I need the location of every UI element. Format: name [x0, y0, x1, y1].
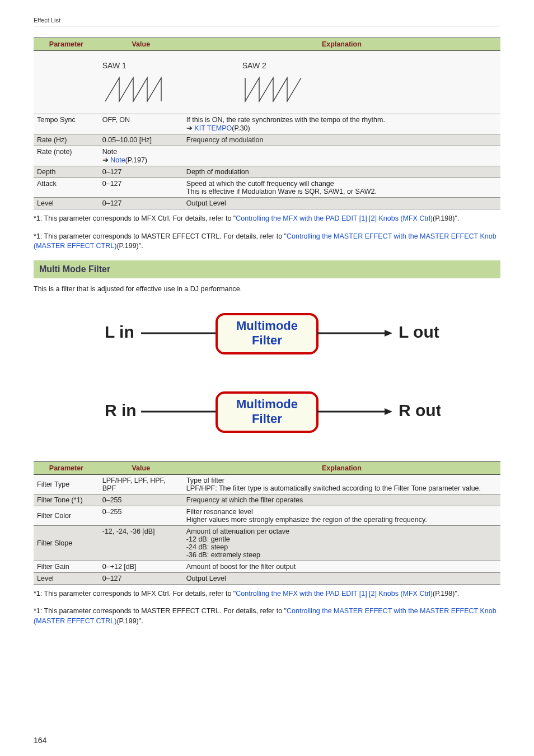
exp-cell: Amount of attenuation per octave -12 dB:… [183, 525, 500, 561]
footnote-text: *1: This parameter corresponds to MASTER… [34, 232, 287, 240]
filter-box-text: Multimode [236, 319, 298, 333]
exp-text: Filter resonance level [186, 508, 253, 516]
filter-box-text: Filter [252, 412, 282, 426]
link-page: (P.197) [125, 156, 147, 164]
th-value: Value [99, 38, 183, 51]
saw1-wave-icon [102, 73, 175, 104]
diagram-rin-label: R in [105, 401, 137, 419]
param-cell: Filter Gain [34, 561, 99, 572]
exp-text: Type of filter [186, 477, 224, 484]
wave-diagrams: SAW 1 SAW 2 [102, 58, 497, 109]
param-cell: Filter Tone (*1) [34, 494, 99, 506]
value-cell: Note ➔ Note(P.197) [99, 146, 183, 166]
arrowhead-icon [385, 330, 392, 337]
value-cell: 0.05–10.00 [Hz] [99, 134, 183, 146]
section-heading: Multi Mode Filter [34, 260, 500, 278]
exp-cell: Output Level [183, 198, 500, 209]
breadcrumb: Effect List [34, 17, 500, 26]
exp-cell: Amount of boost for the filter output [183, 561, 500, 572]
param-cell: Level [34, 572, 99, 584]
param-cell: Filter Type [34, 474, 99, 494]
note-link[interactable]: Note [110, 156, 125, 164]
diagram-lout-label: L out [399, 323, 439, 341]
exp-text: LPF/HPF: The filter type is automaticall… [186, 484, 481, 492]
exp-cell: Filter resonance level Higher values mor… [183, 506, 500, 525]
exp-text: If this is ON, the rate synchronizes wit… [186, 116, 385, 124]
exp-text: -36 dB: extremely steep [186, 551, 260, 559]
section-description: This is a filter that is adjusted for ef… [34, 285, 500, 293]
value-cell: 0–127 [99, 572, 183, 584]
exp-cell: Frequency of modulation [183, 134, 500, 146]
diagram-rout-label: R out [399, 401, 441, 419]
footnote-text: (P.199)". [116, 242, 143, 250]
th-parameter: Parameter [34, 461, 99, 474]
parameter-table-1: Parameter Value Explanation SAW 1 [34, 38, 500, 209]
arrow-icon: ➔ [186, 124, 194, 132]
arrowhead-icon [385, 408, 392, 415]
value-cell: 0–127 [99, 198, 183, 209]
param-cell: Filter Color [34, 506, 99, 525]
param-cell: Rate (Hz) [34, 134, 99, 146]
value-cell: OFF, ON [99, 114, 183, 134]
footnote-text: *1: This parameter corresponds to MFX Ct… [34, 590, 236, 598]
page-number: 164 [34, 736, 46, 745]
param-cell: Level [34, 198, 99, 209]
param-cell: Tempo Sync [34, 114, 99, 134]
value-text: Note [102, 148, 117, 156]
footnote-text: (P.198)". [433, 590, 459, 598]
footnote-2: *1: This parameter corresponds to MASTER… [34, 232, 500, 251]
footnote-1: *1: This parameter corresponds to MFX Ct… [34, 214, 500, 224]
footnote-text: *1: This parameter corresponds to MASTER… [34, 607, 287, 615]
exp-text: Higher values more strongly emphasize th… [186, 516, 427, 524]
footnote-4: *1: This parameter corresponds to MASTER… [34, 606, 500, 626]
filter-box-text: Multimode [236, 397, 298, 411]
exp-cell [183, 146, 500, 166]
mfx-ctrl-link[interactable]: Controlling the MFX with the PAD EDIT [1… [236, 214, 433, 222]
saw2-wave-icon [242, 73, 315, 104]
footnote-text: *1: This parameter corresponds to MFX Ct… [34, 214, 236, 222]
value-cell: 0–127 [99, 178, 183, 198]
exp-cell: Type of filter LPF/HPF: The filter type … [183, 474, 500, 494]
th-value: Value [99, 461, 183, 474]
value-cell: -12, -24, -36 [dB] [99, 525, 183, 561]
exp-text: Speed at which the cutoff frequency will… [186, 180, 334, 188]
th-explanation: Explanation [183, 38, 500, 51]
parameter-table-2: Parameter Value Explanation Filter Type … [34, 461, 500, 585]
arrow-icon: ➔ [102, 156, 110, 164]
exp-text: -24 dB: steep [186, 543, 228, 551]
footnote-3: *1: This parameter corresponds to MFX Ct… [34, 589, 500, 599]
link-page: (P.30) [232, 124, 250, 132]
value-cell: 0–127 [99, 166, 183, 178]
param-cell: Filter Slope [34, 525, 99, 561]
param-cell: Rate (note) [34, 146, 99, 166]
exp-text: -12 dB: gentle [186, 535, 230, 543]
th-explanation: Explanation [183, 461, 500, 474]
value-cell: 0–255 [99, 494, 183, 506]
exp-text: Amount of attenuation per octave [186, 528, 289, 535]
exp-cell: Frequency at which the filter operates [183, 494, 500, 506]
value-cell: LPF/HPF, LPF, HPF, BPF [99, 474, 183, 494]
footnote-text: (P.198)". [433, 214, 459, 222]
exp-text: This is effective if Modulation Wave is … [186, 188, 377, 195]
mfx-ctrl-link[interactable]: Controlling the MFX with the PAD EDIT [1… [236, 590, 433, 598]
filter-box-text: Filter [252, 333, 282, 347]
wave-label-saw1: SAW 1 [102, 61, 175, 70]
exp-cell: Output Level [183, 572, 500, 584]
param-cell: Attack [34, 178, 99, 198]
footnote-text: (P.199)". [116, 617, 143, 625]
exp-cell: Speed at which the cutoff frequency will… [183, 178, 500, 198]
kit-tempo-link[interactable]: KIT TEMPO [194, 124, 232, 132]
diagram-lin-label: L in [105, 323, 134, 341]
value-cell: 0–+12 [dB] [99, 561, 183, 572]
value-cell: 0–255 [99, 506, 183, 525]
exp-cell: If this is ON, the rate synchronizes wit… [183, 114, 500, 134]
signal-flow-diagram: L in Multimode Filter L out R in Multimo… [34, 304, 500, 446]
param-cell: Depth [34, 166, 99, 178]
th-parameter: Parameter [34, 38, 99, 51]
wave-label-saw2: SAW 2 [242, 61, 315, 70]
exp-cell: Depth of modulation [183, 166, 500, 178]
